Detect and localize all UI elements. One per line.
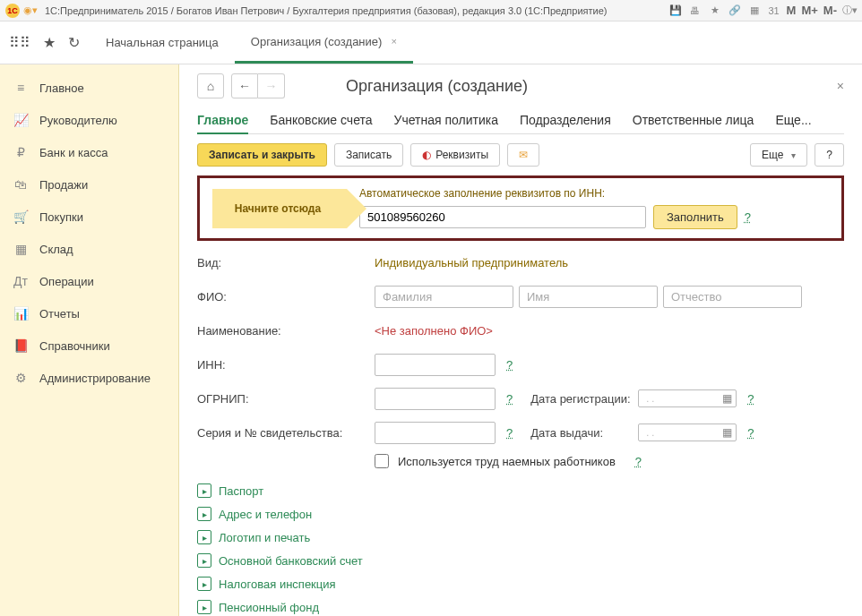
sidebar-item-label: Продажи bbox=[39, 178, 88, 192]
sidebar-item-reports[interactable]: 📊Отчеты bbox=[0, 297, 178, 329]
calendar-icon[interactable]: ▦ bbox=[722, 392, 732, 405]
chevron-right-icon: ▸ bbox=[197, 483, 211, 498]
more-button[interactable]: Еще bbox=[750, 143, 807, 167]
reg-date-input[interactable]: . .▦ bbox=[638, 389, 737, 407]
home-button[interactable]: ⌂ bbox=[197, 73, 224, 98]
gear-icon: ⚙ bbox=[13, 371, 29, 385]
history-icon[interactable]: ↻ bbox=[68, 34, 80, 51]
favorite-icon[interactable]: ★ bbox=[708, 4, 722, 18]
chevron-right-icon: ▸ bbox=[197, 530, 211, 544]
calendar-icon[interactable]: 31 bbox=[767, 4, 781, 18]
sidebar: ≡Главное 📈Руководителю ₽Банк и касса 🛍Пр… bbox=[0, 64, 179, 616]
calendar-icon[interactable]: ▦ bbox=[722, 426, 732, 439]
help-button[interactable]: ? bbox=[815, 143, 844, 167]
forward-button[interactable]: → bbox=[258, 73, 285, 98]
help-icon[interactable]: ? bbox=[506, 392, 513, 406]
help-icon[interactable]: ? bbox=[506, 426, 513, 440]
subnav-bank-accounts[interactable]: Банковские счета bbox=[270, 107, 372, 133]
toolbar: Записать и закрыть Записать ◐Реквизиты ✉… bbox=[197, 143, 844, 167]
tab-home[interactable]: Начальная страница bbox=[90, 21, 235, 64]
expander-label: Пенсионный фонд bbox=[219, 601, 319, 614]
close-icon[interactable]: × bbox=[391, 36, 396, 47]
page-title: Организация (создание) bbox=[346, 77, 528, 96]
mail-button[interactable]: ✉ bbox=[507, 143, 539, 167]
requisites-button[interactable]: ◐Реквизиты bbox=[410, 143, 500, 167]
vid-label: Вид: bbox=[197, 256, 375, 270]
apps-icon[interactable]: ⠿⠿ bbox=[9, 34, 30, 51]
subnav-main[interactable]: Главное bbox=[197, 107, 248, 134]
help-icon[interactable]: ? bbox=[635, 455, 642, 468]
titlebar: 1C ◉▾ 1С:Предприниматель 2015 / Богатов … bbox=[0, 0, 862, 21]
menu-icon: ≡ bbox=[13, 81, 29, 95]
help-icon[interactable]: ? bbox=[747, 392, 754, 406]
save-icon[interactable]: 💾 bbox=[668, 4, 683, 18]
link-icon[interactable]: 🔗 bbox=[728, 4, 742, 18]
inn-input[interactable] bbox=[375, 354, 496, 376]
expander-label: Адрес и телефон bbox=[219, 508, 312, 521]
sidebar-item-operations[interactable]: ДтОперации bbox=[0, 265, 178, 297]
name-label: Наименование: bbox=[197, 324, 375, 338]
sidebar-item-label: Банк и касса bbox=[39, 146, 108, 159]
expander-tax[interactable]: ▸Налоговая инспекция bbox=[197, 572, 844, 595]
subnav-responsible[interactable]: Ответственные лица bbox=[633, 107, 754, 133]
expander-passport[interactable]: ▸Паспорт bbox=[197, 479, 844, 502]
subnav-divisions[interactable]: Подразделения bbox=[520, 107, 611, 133]
expander-bank[interactable]: ▸Основной банковский счет bbox=[197, 549, 844, 572]
ogrnip-input[interactable] bbox=[375, 388, 496, 410]
expander-logo[interactable]: ▸Логотип и печать bbox=[197, 526, 844, 549]
info-icon[interactable]: ⓘ▾ bbox=[842, 4, 857, 18]
cart-icon: 🛒 bbox=[13, 210, 29, 224]
subnav-accounting-policy[interactable]: Учетная политика bbox=[394, 107, 498, 133]
help-icon[interactable]: ? bbox=[745, 210, 751, 224]
star-icon[interactable]: ★ bbox=[43, 34, 56, 51]
sidebar-item-label: Администрирование bbox=[39, 372, 151, 385]
dropdown-icon[interactable]: ◉▾ bbox=[23, 4, 38, 18]
subnav: Главное Банковские счета Учетная политик… bbox=[197, 107, 844, 134]
sidebar-item-warehouse[interactable]: ▦Склад bbox=[0, 233, 178, 265]
m-button[interactable]: M bbox=[787, 4, 797, 17]
vid-value[interactable]: Индивидуальный предприниматель bbox=[375, 256, 568, 270]
sidebar-item-bank[interactable]: ₽Банк и касса bbox=[0, 136, 178, 168]
save-button[interactable]: Записать bbox=[334, 143, 403, 167]
name-input[interactable] bbox=[519, 286, 658, 308]
sidebar-item-admin[interactable]: ⚙Администрирование bbox=[0, 362, 178, 394]
sidebar-item-purchases[interactable]: 🛒Покупки bbox=[0, 201, 178, 233]
subnav-more[interactable]: Еще... bbox=[775, 107, 811, 133]
employees-checkbox[interactable] bbox=[375, 454, 389, 468]
sidebar-item-sales[interactable]: 🛍Продажи bbox=[0, 168, 178, 201]
chevron-right-icon: ▸ bbox=[197, 577, 211, 591]
tab-label: Начальная страница bbox=[106, 36, 219, 49]
fill-button[interactable]: Заполнить bbox=[653, 205, 737, 229]
save-close-button[interactable]: Записать и закрыть bbox=[197, 143, 327, 167]
surname-input[interactable] bbox=[375, 286, 513, 308]
tab-organization[interactable]: Организация (создание) × bbox=[235, 21, 413, 64]
calc-icon[interactable]: ▦ bbox=[747, 4, 762, 18]
print-icon[interactable]: 🖶 bbox=[688, 4, 703, 18]
bar-icon: 📊 bbox=[13, 306, 29, 321]
help-icon[interactable]: ? bbox=[506, 358, 513, 372]
issue-date-input[interactable]: . .▦ bbox=[638, 424, 737, 441]
sidebar-item-label: Справочники bbox=[39, 339, 110, 353]
content: ⌂ ← → Организация (создание) × Главное Б… bbox=[179, 64, 862, 616]
chart-icon: 📈 bbox=[13, 113, 29, 127]
expander-label: Основной банковский счет bbox=[219, 554, 363, 568]
m-plus-button[interactable]: M+ bbox=[801, 4, 817, 17]
patronymic-input[interactable] bbox=[663, 286, 802, 308]
name-value: <Не заполнено ФИО> bbox=[375, 324, 493, 338]
expander-pension[interactable]: ▸Пенсионный фонд bbox=[197, 595, 844, 616]
back-button[interactable]: ← bbox=[231, 73, 258, 98]
help-icon[interactable]: ? bbox=[747, 426, 754, 440]
topbar: ⠿⠿ ★ ↻ Начальная страница Организация (с… bbox=[0, 21, 862, 64]
sidebar-item-label: Операции bbox=[39, 275, 94, 288]
expander-address[interactable]: ▸Адрес и телефон bbox=[197, 502, 844, 526]
cert-input[interactable] bbox=[375, 422, 496, 444]
close-page-button[interactable]: × bbox=[837, 79, 844, 93]
sidebar-item-manager[interactable]: 📈Руководителю bbox=[0, 104, 178, 136]
m-minus-button[interactable]: M- bbox=[823, 4, 837, 17]
sidebar-item-label: Главное bbox=[39, 81, 84, 95]
inn-autofill-input[interactable] bbox=[359, 206, 646, 228]
app-icon: 1C bbox=[5, 4, 20, 18]
expander-label: Налоговая инспекция bbox=[219, 578, 336, 591]
sidebar-item-main[interactable]: ≡Главное bbox=[0, 72, 178, 104]
sidebar-item-directories[interactable]: 📕Справочники bbox=[0, 329, 178, 362]
